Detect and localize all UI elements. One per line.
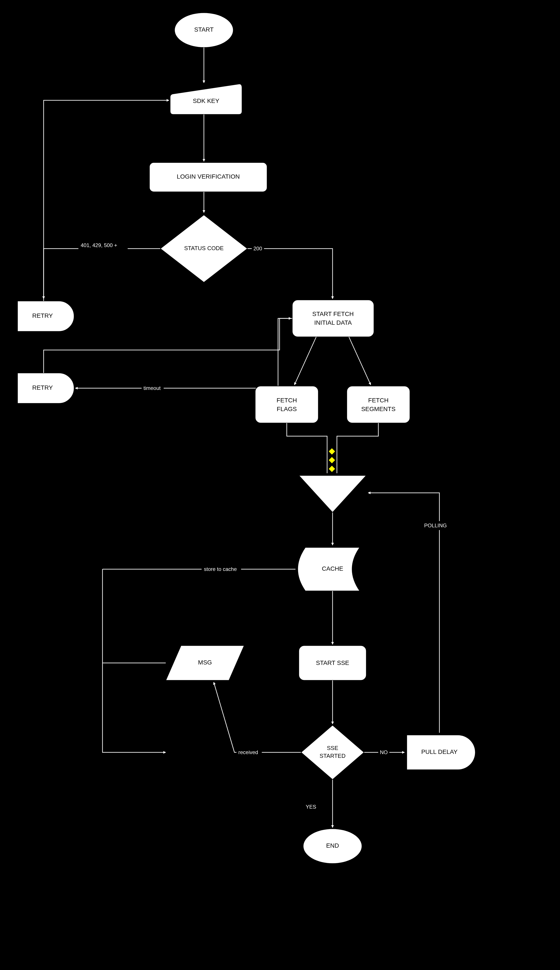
svg-text:received: received [238,749,258,755]
svg-text:timeout: timeout [143,385,161,391]
edge-label-store: store to cache [202,565,241,573]
svg-text:POLLING: POLLING [424,523,447,528]
fetch-flags-node: FETCH FLAGS [255,386,318,423]
edge-retry1-back [43,100,169,301]
svg-text:200: 200 [253,245,262,252]
edge-fetch-segments [349,337,371,385]
merge-decoration [328,448,335,472]
svg-text:401, 429, 500 +: 401, 429, 500 + [81,242,117,248]
merge-node [299,475,367,512]
start-fetch-label2: INITIAL DATA [314,319,352,326]
edge-flags-merge [287,423,327,473]
svg-rect-9 [255,386,318,423]
start-fetch-node: START FETCH INITIAL DATA [292,300,374,337]
edge-status-fetch [248,248,333,299]
cache-node: CACHE [298,547,360,591]
edge-segments-merge [337,423,378,473]
sse-started-label2: STARTED [320,753,346,759]
start-node: START [175,13,233,48]
svg-rect-6 [292,300,374,337]
edge-sse-msg [214,682,301,752]
fetch-segments-node: FETCH SEGMENTS [347,386,410,423]
fetch-segments-label1: FETCH [368,397,388,404]
msg-node: MSG [166,645,244,680]
retry2-node: RETRY [17,373,74,403]
sdk-key-node: SDK KEY [170,84,242,115]
sdk-key-label: SDK KEY [193,97,219,104]
svg-rect-10 [347,386,410,423]
start-sse-node: START SSE [299,645,367,680]
svg-text:store to cache: store to cache [204,566,237,572]
end-node: END [303,829,362,863]
login-verification-node: LOGIN VERIFICATION [149,162,267,192]
retry1-label: RETRY [32,312,53,319]
sse-started-label1: SSE [327,745,338,751]
edge-label-no: NO [378,748,389,757]
msg-label: MSG [198,659,212,666]
login-verification-label: LOGIN VERIFICATION [177,173,240,180]
edge-retry2-fetch [43,318,291,373]
retry2-label: RETRY [32,384,53,391]
edge-label-received: received [237,748,262,757]
start-sse-label: START SSE [316,660,349,666]
start-fetch-label1: START FETCH [312,310,354,317]
edge-fetch-retry2 [75,318,292,388]
start-label: START [194,26,213,33]
sse-started-node: SSE STARTED [301,725,364,780]
end-label: END [326,842,339,849]
flowchart-diagram: START SDK KEY LOGIN VERIFICATION STATUS … [0,0,560,970]
svg-text:YES: YES [306,804,316,810]
fetch-flags-label1: FETCH [277,397,297,404]
pull-delay-node: PULL DELAY [407,735,475,770]
edge-label-polling: POLLING [422,521,450,530]
edge-fetch-flags [294,337,316,385]
edge-label-yes: YES [304,803,317,811]
status-code-node: STATUS CODE [160,215,248,282]
status-code-label: STATUS CODE [184,245,223,252]
retry1-node: RETRY [17,301,74,332]
fetch-segments-label2: SEGMENTS [361,406,395,412]
edge-status-retry1 [43,248,160,299]
edge-label-401: 401, 429, 500 + [78,241,128,250]
edge-label-200: 200 [252,244,264,253]
fetch-flags-label2: FLAGS [277,406,297,412]
pull-delay-label: PULL DELAY [421,748,458,755]
svg-text:NO: NO [380,749,388,755]
edge-store-msg [102,569,166,752]
edge-label-timeout: timeout [142,384,163,393]
cache-label: CACHE [322,565,343,572]
